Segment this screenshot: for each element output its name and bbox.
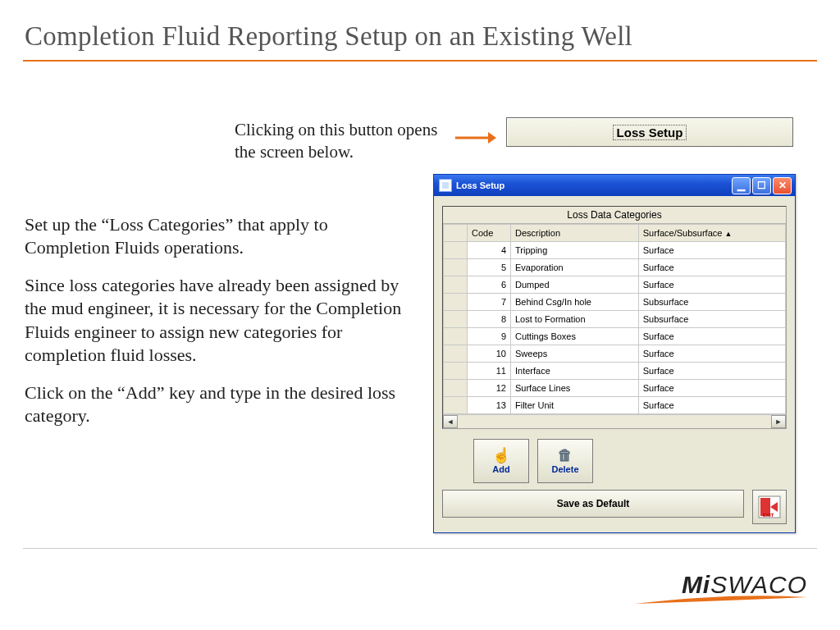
column-description[interactable]: Description	[511, 225, 639, 242]
window-title: Loss Setup	[456, 180, 504, 190]
titlebar[interactable]: Loss Setup ▁ ☐ ✕	[434, 175, 795, 196]
cell-surfsub[interactable]: Surface	[638, 380, 785, 397]
cell-code[interactable]: 6	[468, 276, 511, 294]
arrow-icon	[455, 130, 496, 146]
table-row[interactable]: 5EvaporationSurface	[444, 259, 786, 276]
cell-description[interactable]: Sweeps	[511, 345, 639, 363]
sort-asc-icon: ▲	[724, 230, 732, 238]
loss-setup-window: Loss Setup ▁ ☐ ✕ Loss Data Categories Co…	[433, 174, 796, 533]
cell-description[interactable]: Interface	[511, 363, 639, 380]
row-selector[interactable]	[444, 276, 468, 294]
table-row[interactable]: 11InterfaceSurface	[444, 363, 786, 380]
caption-text: Clicking on this button opens the screen…	[235, 119, 448, 164]
cell-surfsub[interactable]: Surface	[638, 345, 785, 363]
horizontal-scrollbar[interactable]: ◄ ►	[443, 414, 786, 428]
close-button[interactable]: ✕	[773, 177, 792, 194]
cell-code[interactable]: 11	[468, 363, 511, 380]
cell-description[interactable]: Surface Lines	[511, 380, 639, 397]
row-selector[interactable]	[444, 397, 468, 414]
cell-code[interactable]: 7	[468, 294, 511, 311]
row-selector[interactable]	[444, 259, 468, 276]
minimize-button[interactable]: ▁	[732, 177, 751, 194]
cell-description[interactable]: Evaporation	[511, 259, 639, 276]
body-paragraph-3: Click on the “Add” key and type in the d…	[25, 381, 410, 427]
row-selector[interactable]	[444, 294, 468, 311]
cell-description[interactable]: Filter Unit	[511, 397, 639, 414]
grid-caption: Loss Data Categories	[443, 207, 786, 224]
cell-code[interactable]: 9	[468, 328, 511, 345]
column-code[interactable]: Code	[468, 225, 511, 242]
cell-description[interactable]: Tripping	[511, 242, 639, 259]
maximize-button[interactable]: ☐	[752, 177, 771, 194]
trash-icon: 🗑	[558, 448, 573, 463]
swoosh-icon	[635, 596, 807, 612]
scroll-right-button[interactable]: ►	[771, 415, 786, 428]
loss-setup-button[interactable]: Loss Setup	[506, 117, 793, 147]
table-row[interactable]: 8Lost to FormationSubsurface	[444, 311, 786, 328]
cell-code[interactable]: 12	[468, 380, 511, 397]
cell-surfsub[interactable]: Surface	[638, 242, 785, 259]
cell-code[interactable]: 13	[468, 397, 511, 414]
add-button[interactable]: ☝ Add	[473, 439, 529, 483]
title-divider	[23, 60, 817, 62]
cell-description[interactable]: Cuttings Boxes	[511, 328, 639, 345]
cell-code[interactable]: 5	[468, 259, 511, 276]
footer-divider	[23, 548, 817, 549]
loss-setup-label: Loss Setup	[613, 125, 687, 140]
cell-surfsub[interactable]: Surface	[638, 259, 785, 276]
cell-code[interactable]: 10	[468, 345, 511, 363]
delete-button[interactable]: 🗑 Delete	[537, 439, 593, 483]
row-selector[interactable]	[444, 380, 468, 397]
table-row[interactable]: 6DumpedSurface	[444, 276, 786, 294]
row-selector[interactable]	[444, 242, 468, 259]
column-surfsub[interactable]: Surface/Subsurface ▲	[638, 225, 785, 242]
cell-description[interactable]: Lost to Formation	[511, 311, 639, 328]
row-selector[interactable]	[444, 311, 468, 328]
page-title: Completion Fluid Reporting Setup on an E…	[0, 0, 840, 60]
hand-point-icon: ☝	[492, 448, 510, 463]
cell-surfsub[interactable]: Surface	[638, 328, 785, 345]
row-selector[interactable]	[444, 363, 468, 380]
delete-label: Delete	[551, 464, 578, 474]
body-paragraph-2: Since loss categories have already been …	[25, 274, 410, 367]
table-row[interactable]: 13Filter UnitSurface	[444, 397, 786, 414]
svg-marker-1	[488, 132, 496, 144]
exit-icon: EXIT	[758, 495, 781, 518]
save-as-default-button[interactable]: Save as Default	[442, 490, 744, 518]
table-row[interactable]: 12Surface LinesSurface	[444, 380, 786, 397]
cell-surfsub[interactable]: Surface	[638, 276, 785, 294]
cell-code[interactable]: 8	[468, 311, 511, 328]
table-row[interactable]: 10SweepsSurface	[444, 345, 786, 363]
cell-description[interactable]: Dumped	[511, 276, 639, 294]
cell-surfsub[interactable]: Subsurface	[638, 311, 785, 328]
cell-description[interactable]: Behind Csg/In hole	[511, 294, 639, 311]
svg-text:EXIT: EXIT	[763, 513, 774, 518]
table-row[interactable]: 9Cuttings BoxesSurface	[444, 328, 786, 345]
table-row[interactable]: 4TrippingSurface	[444, 242, 786, 259]
row-selector[interactable]	[444, 345, 468, 363]
cell-code[interactable]: 4	[468, 242, 511, 259]
loss-categories-grid: Loss Data Categories Code Description Su…	[442, 206, 787, 429]
add-label: Add	[492, 464, 509, 474]
exit-button[interactable]: EXIT	[752, 490, 787, 524]
body-paragraph-1: Set up the “Loss Categories” that apply …	[25, 213, 410, 259]
cell-surfsub[interactable]: Subsurface	[638, 294, 785, 311]
cell-surfsub[interactable]: Surface	[638, 397, 785, 414]
brand-logo: MiSWACO	[635, 571, 807, 612]
column-selector[interactable]	[444, 225, 468, 242]
scroll-left-button[interactable]: ◄	[443, 415, 458, 428]
cell-surfsub[interactable]: Surface	[638, 363, 785, 380]
row-selector[interactable]	[444, 328, 468, 345]
window-icon	[439, 179, 452, 192]
table-row[interactable]: 7Behind Csg/In holeSubsurface	[444, 294, 786, 311]
